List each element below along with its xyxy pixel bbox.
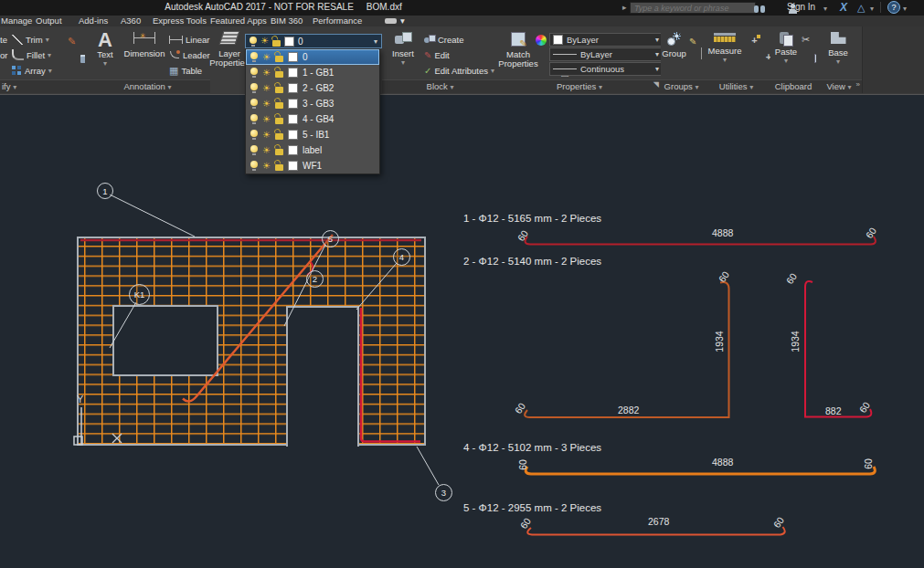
trim-caret-icon[interactable] xyxy=(46,36,49,44)
tab-add-ins[interactable]: Add-ins xyxy=(79,16,108,26)
schedule-bar-2a[interactable] xyxy=(525,282,728,417)
paste-button[interactable]: Paste xyxy=(773,31,799,66)
layer-select-combo[interactable]: 0 xyxy=(245,34,382,48)
layer-thaw-icon[interactable] xyxy=(262,100,271,109)
layer-on-icon[interactable] xyxy=(250,37,257,47)
modify-cut-label-1[interactable]: te xyxy=(0,35,7,45)
layer-on-icon[interactable] xyxy=(250,145,258,155)
properties-dialog-launcher-icon[interactable]: ◥ xyxy=(653,79,659,91)
fillet-caret-icon[interactable] xyxy=(48,51,51,59)
layer-on-icon[interactable] xyxy=(250,99,258,109)
layer-color-swatch[interactable] xyxy=(288,83,298,93)
tab-express-tools[interactable]: Express Tools xyxy=(153,16,207,26)
rebar-diagonal-bar[interactable] xyxy=(183,235,333,401)
exchange-apps-icon[interactable]: X xyxy=(840,1,847,14)
balloon-4[interactable]: 4 xyxy=(393,248,410,266)
schedule-bar-5[interactable] xyxy=(527,527,785,535)
view-panel-label[interactable]: View » xyxy=(816,79,862,93)
app-manager-icon[interactable]: △ xyxy=(857,1,865,14)
layer-on-icon[interactable] xyxy=(250,83,258,93)
layer-color-swatch[interactable] xyxy=(288,68,298,78)
layer-row-gb1[interactable]: 1 - GB1 xyxy=(246,65,379,80)
schedule-bar-4[interactable] xyxy=(526,467,875,474)
tab-a360[interactable]: A360 xyxy=(121,16,141,26)
array-button[interactable]: Array xyxy=(12,64,52,77)
schedule-item-2-title[interactable]: 2 - Φ12 - 5140 mm - 2 Pieces xyxy=(463,256,601,267)
layer-thaw-icon[interactable] xyxy=(262,68,271,78)
layer-on-icon[interactable] xyxy=(250,114,258,124)
dimension-button[interactable]: Dimension xyxy=(123,32,165,58)
layer-row-wf1[interactable]: WF1 xyxy=(246,158,379,174)
text-caret-icon[interactable] xyxy=(103,59,107,68)
help-button[interactable]: ? xyxy=(887,1,900,14)
schedule-bar-2b[interactable] xyxy=(805,281,871,417)
modify-panel-label[interactable]: ify xyxy=(0,79,85,93)
layer-color-swatch[interactable] xyxy=(288,161,298,171)
tab-bim-360[interactable]: BIM 360 xyxy=(271,16,303,26)
group-button[interactable]: Group xyxy=(662,32,686,58)
layer-row-gb3[interactable]: 3 - GB3 xyxy=(246,96,379,111)
help-caret-icon[interactable] xyxy=(903,3,907,16)
sign-in-caret-icon[interactable] xyxy=(823,3,827,16)
paste-caret-icon[interactable] xyxy=(784,57,788,66)
wall-panel-outline[interactable] xyxy=(78,237,425,445)
text-button[interactable]: A Text xyxy=(90,30,120,68)
layer-row-label[interactable]: label xyxy=(246,142,379,158)
linear-button[interactable]: Linear xyxy=(169,33,216,46)
linetype-dropdown[interactable]: Continuous xyxy=(549,62,663,76)
layer-thaw-icon[interactable] xyxy=(262,162,271,171)
layer-row-0[interactable]: 0 xyxy=(246,49,379,65)
layer-on-icon[interactable] xyxy=(250,68,258,78)
create-block-button[interactable]: Create xyxy=(424,33,464,46)
layer-color-swatch[interactable] xyxy=(288,52,298,62)
leader-balloon-3[interactable] xyxy=(417,447,439,485)
object-color-dropdown[interactable]: ByLayer xyxy=(549,33,663,47)
schedule-bar-1[interactable] xyxy=(526,237,876,245)
modify-cut-label-2[interactable]: or xyxy=(0,50,7,60)
search-collapse-icon[interactable] xyxy=(622,1,627,14)
match-properties-button[interactable]: Match Properties xyxy=(500,32,536,68)
layer-color-swatch[interactable] xyxy=(288,114,298,124)
layer-color-swatch[interactable] xyxy=(288,130,298,140)
balloon-2[interactable]: 2 xyxy=(306,270,324,288)
view-dialog-launcher-icon[interactable]: » xyxy=(856,79,860,91)
layer-color-swatch[interactable] xyxy=(284,37,294,47)
erase-brush-icon[interactable] xyxy=(68,36,76,47)
group-edit-icon[interactable] xyxy=(689,37,696,47)
layer-unlock-icon[interactable] xyxy=(275,164,283,171)
door-opening-outline[interactable] xyxy=(287,307,358,447)
layer-unlock-icon[interactable] xyxy=(275,118,283,124)
base-caret-icon[interactable] xyxy=(836,58,840,67)
layer-on-icon[interactable] xyxy=(250,130,258,140)
leader-balloon-k1[interactable] xyxy=(110,302,136,348)
layer-on-icon[interactable] xyxy=(250,161,258,171)
layer-on-icon[interactable] xyxy=(250,52,258,62)
layer-unlock-icon[interactable] xyxy=(275,87,283,93)
table-button[interactable]: Table xyxy=(169,64,202,77)
sign-in-button[interactable]: Sign In xyxy=(787,1,815,14)
window-opening[interactable] xyxy=(113,306,218,375)
balloon-5[interactable]: 5 xyxy=(322,230,339,247)
layer-row-ib1[interactable]: 5 - IB1 xyxy=(246,127,379,142)
leader-balloon-4[interactable] xyxy=(356,263,397,310)
layer-thaw-icon[interactable] xyxy=(262,146,271,155)
layer-color-swatch[interactable] xyxy=(288,145,298,155)
layer-thaw-icon[interactable] xyxy=(260,37,269,46)
rebar-l-bar-right-strip[interactable] xyxy=(361,308,420,442)
layer-thaw-icon[interactable] xyxy=(262,131,271,140)
tab-performance[interactable]: Performance xyxy=(313,16,362,26)
search-icon[interactable] xyxy=(754,5,766,14)
measure-button[interactable]: Measure xyxy=(707,33,742,65)
measure-caret-icon[interactable] xyxy=(723,56,727,65)
properties-panel-label[interactable]: Properties ◥ xyxy=(498,79,661,93)
tab-output[interactable]: Output xyxy=(36,16,62,26)
color-dropdown-caret-icon[interactable] xyxy=(655,36,659,44)
schedule-item-4-title[interactable]: 4 - Φ12 - 5102 mm - 3 Pieces xyxy=(463,442,601,453)
layer-row-gb4[interactable]: 4 - GB4 xyxy=(246,111,379,127)
layer-unlock-icon[interactable] xyxy=(275,133,283,140)
layer-color-swatch[interactable] xyxy=(288,99,298,109)
groups-panel-label[interactable]: Groups xyxy=(661,79,702,93)
layer-unlock-icon[interactable] xyxy=(275,56,283,62)
leader-balloon-1[interactable] xyxy=(110,195,195,237)
linetype-dropdown-caret-icon[interactable] xyxy=(655,65,659,73)
